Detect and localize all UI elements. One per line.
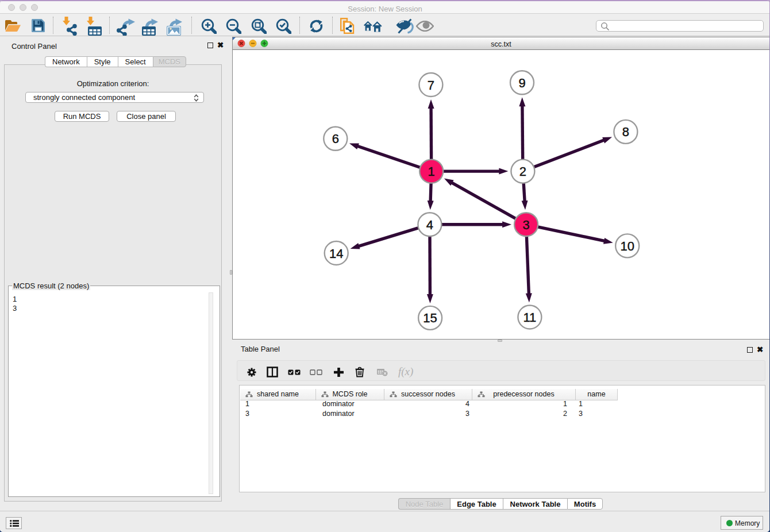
svg-text:6: 6	[332, 132, 339, 146]
svg-text:8: 8	[622, 125, 629, 139]
svg-text:14: 14	[329, 246, 343, 261]
svg-text:11: 11	[523, 310, 536, 325]
svg-text:4: 4	[426, 218, 433, 232]
svg-text:15: 15	[423, 311, 437, 325]
svg-text:3: 3	[522, 218, 529, 232]
svg-text:2: 2	[519, 164, 526, 179]
svg-text:10: 10	[620, 239, 634, 253]
svg-text:1: 1	[428, 164, 435, 179]
svg-text:7: 7	[428, 78, 434, 92]
svg-text:9: 9	[518, 76, 525, 90]
